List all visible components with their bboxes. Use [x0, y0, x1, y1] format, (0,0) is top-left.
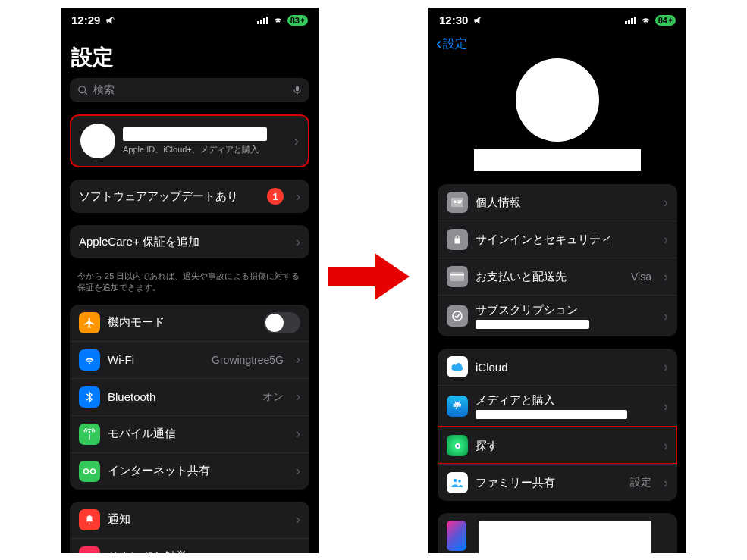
applecare-label: AppleCare+ 保証を追加	[79, 235, 284, 249]
svg-rect-9	[450, 274, 464, 275]
payment-value: Visa	[631, 271, 651, 283]
page-title: 設定	[61, 30, 319, 78]
applecare-row[interactable]: AppleCare+ 保証を追加 ›	[70, 225, 309, 258]
chevron-right-icon: ›	[296, 549, 300, 553]
wifi-icon	[79, 349, 100, 371]
personal-label: 個人情報	[476, 196, 651, 210]
chevron-left-icon: ‹	[436, 34, 441, 54]
silent-icon	[105, 15, 115, 26]
findmy-row[interactable]: 探す ›	[438, 427, 677, 464]
family-row[interactable]: ファミリー共有 設定 ›	[438, 464, 677, 501]
battery-icon: 84	[655, 15, 676, 26]
applecare-note: 今から 25 日以内であれば、過失や事故による損傷に対する保証を追加できます。	[61, 271, 319, 305]
device-row[interactable]: ›	[438, 513, 677, 553]
avatar	[516, 58, 599, 142]
signin-security-row[interactable]: サインインとセキュリティ ›	[438, 221, 677, 258]
chevron-right-icon: ›	[664, 308, 668, 324]
chevron-right-icon: ›	[664, 547, 668, 554]
account-group: 個人情報 › サインインとセキュリティ › お支払いと配送先 Visa › サブ…	[438, 184, 677, 336]
bluetooth-value: オン	[262, 390, 284, 404]
wifi-row[interactable]: Wi-Fi Growingtree5G ›	[70, 341, 309, 378]
chevron-right-icon: ›	[294, 133, 299, 149]
airplane-label: 機内モード	[108, 315, 256, 330]
bluetooth-icon	[79, 386, 100, 408]
hotspot-row[interactable]: インターネット共有 ›	[70, 452, 309, 490]
devices-group: › › ›	[438, 513, 677, 553]
appstore-icon	[447, 396, 468, 417]
chevron-right-icon: ›	[296, 189, 300, 205]
redacted-bar	[476, 320, 589, 329]
speaker-icon	[79, 546, 100, 553]
icloud-row[interactable]: iCloud ›	[438, 349, 677, 385]
chevron-right-icon: ›	[296, 512, 300, 527]
cell-signal-icon	[257, 17, 268, 24]
redacted-block	[479, 521, 651, 553]
media-label: メディアと購入	[476, 393, 651, 408]
apple-id-row[interactable]: Apple ID、iCloud+、メディアと購入 ›	[70, 114, 309, 167]
svg-point-1	[84, 469, 89, 474]
notifications-row[interactable]: 通知 ›	[70, 502, 309, 538]
redacted-bar	[476, 410, 627, 419]
icloud-label: iCloud	[476, 361, 651, 374]
wifi-icon	[272, 14, 284, 26]
search-input[interactable]: 検索	[70, 78, 309, 102]
payment-row[interactable]: お支払いと配送先 Visa ›	[438, 258, 677, 295]
family-icon	[447, 472, 468, 493]
silent-icon	[472, 15, 483, 26]
chevron-right-icon: ›	[296, 234, 300, 250]
chevron-right-icon: ›	[664, 232, 668, 248]
family-label: ファミリー共有	[476, 476, 623, 490]
back-label: 設定	[443, 36, 467, 52]
search-icon	[77, 85, 89, 96]
search-placeholder: 検索	[93, 83, 115, 97]
findmy-icon	[447, 435, 468, 456]
svg-rect-6	[458, 200, 462, 201]
chevron-right-icon: ›	[296, 352, 300, 368]
airplane-row[interactable]: 機内モード	[70, 305, 309, 341]
hotspot-label: インターネット共有	[108, 464, 284, 478]
back-button[interactable]: ‹ 設定	[428, 30, 686, 58]
phone-settings: 12:29 83 設定 検索 Apple ID、iCloud+、メディアと購入 …	[61, 8, 319, 553]
notifications-group: 通知 › サウンドと触覚 ›	[70, 502, 309, 553]
software-update-group: ソフトウェアアップデートあり 1 ›	[70, 180, 309, 213]
sounds-row[interactable]: サウンドと触覚 ›	[70, 538, 309, 553]
svg-point-12	[458, 480, 461, 483]
chevron-right-icon: ›	[664, 269, 668, 285]
wifi-value: Growingtree5G	[212, 354, 284, 366]
bluetooth-row[interactable]: Bluetooth オン ›	[70, 378, 309, 415]
svg-point-11	[454, 479, 457, 483]
svg-rect-8	[450, 272, 464, 281]
cellular-row[interactable]: モバイル通信 ›	[70, 415, 309, 452]
status-time: 12:29	[71, 14, 100, 27]
connectivity-group: 機内モード Wi-Fi Growingtree5G › Bluetooth オン…	[70, 305, 309, 490]
subscriptions-row[interactable]: サブスクリプション ›	[438, 295, 677, 336]
avatar	[80, 124, 115, 158]
services-group: iCloud › メディアと購入 › 探す › ファミリー共有 設定	[438, 349, 677, 501]
chevron-right-icon: ›	[664, 399, 668, 415]
svg-point-5	[454, 200, 457, 203]
software-update-row[interactable]: ソフトウェアアップデートあり 1 ›	[70, 180, 309, 213]
media-row[interactable]: メディアと購入 ›	[438, 385, 677, 427]
status-bar: 12:30 84	[428, 8, 686, 30]
airplane-toggle[interactable]	[264, 312, 300, 333]
apple-id-subtitle: Apple ID、iCloud+、メディアと購入	[123, 144, 282, 155]
svg-rect-7	[458, 202, 461, 203]
update-badge: 1	[267, 188, 284, 205]
personal-info-row[interactable]: 個人情報 ›	[438, 184, 677, 221]
subscriptions-label: サブスクリプション	[476, 303, 651, 318]
wifi-icon	[640, 14, 651, 26]
chevron-right-icon: ›	[664, 438, 668, 454]
svg-rect-4	[451, 198, 463, 207]
iphone-icon	[447, 521, 466, 551]
icloud-icon	[447, 356, 468, 377]
chevron-right-icon: ›	[296, 463, 300, 479]
airplane-icon	[79, 312, 100, 333]
sounds-label: サウンドと触覚	[108, 549, 284, 553]
wifi-label: Wi-Fi	[108, 353, 204, 366]
battery-icon: 83	[287, 15, 308, 26]
chevron-right-icon: ›	[296, 389, 300, 405]
bell-icon	[79, 509, 100, 530]
cell-signal-icon	[625, 17, 636, 24]
applecare-group: AppleCare+ 保証を追加 ›	[70, 225, 309, 258]
status-bar: 12:29 83	[61, 8, 319, 30]
